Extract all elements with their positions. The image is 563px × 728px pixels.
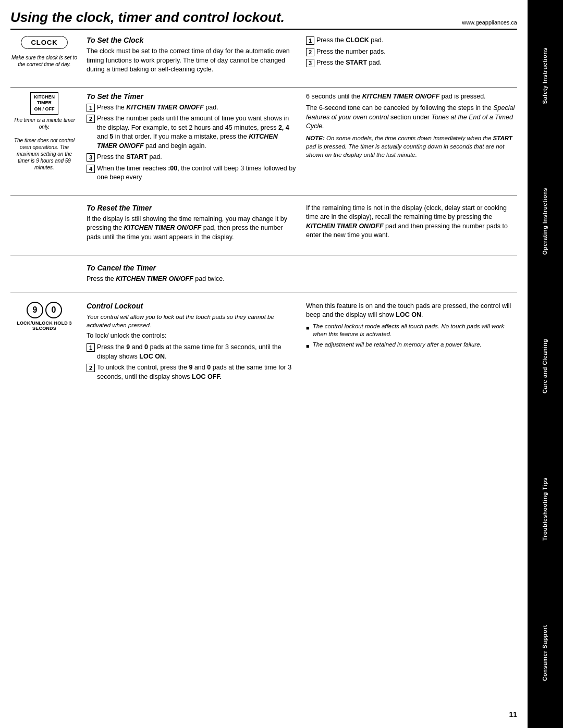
timer-step-1-text: Press the KITCHEN TIMER ON/OFF pad. xyxy=(97,103,218,113)
divider-1 xyxy=(10,88,517,88)
timer-left-col: KITCHEN TIMER ON / OFF The timer is a mi… xyxy=(10,92,78,184)
timer-step-1: 1 Press the KITCHEN TIMER ON/OFF pad. xyxy=(87,103,298,113)
lockout-center-col: Control Lockout Your control will allow … xyxy=(87,302,298,384)
cancel-body: Press the KITCHEN TIMER ON/OFF pad twice… xyxy=(87,275,517,284)
timer-title: To Set the Timer xyxy=(87,92,298,101)
lockout-step-1: 1 Press the 9 and 0 pads at the same tim… xyxy=(87,343,298,361)
clock-step-1: 1 Press the CLOCK pad. xyxy=(306,36,517,45)
clock-title: To Set the Clock xyxy=(87,36,298,44)
timer-step-3: 3 Press the START pad. xyxy=(87,153,298,162)
divider-3 xyxy=(10,255,517,255)
timer-step-4-text: When the timer reaches :00, the control … xyxy=(97,164,298,182)
clock-body: The clock must be set to the correct tim… xyxy=(87,47,298,75)
lockout-bullet-1: ■ The control lockout mode affects all t… xyxy=(306,323,517,339)
lock-buttons: 9 0 xyxy=(27,302,62,318)
cancel-title: To Cancel the Timer xyxy=(87,264,517,272)
sidebar-label-safety: Safety Instructions xyxy=(542,43,548,108)
page-number: 11 xyxy=(509,710,517,719)
timer-step-1-num: 1 xyxy=(87,104,95,112)
clock-step-3-num: 3 xyxy=(306,59,314,67)
cancel-content: To Cancel the Timer Press the KITCHEN TI… xyxy=(87,264,517,287)
timer-step-4: 4 When the timer reaches :00, the contro… xyxy=(87,164,298,182)
lockout-step-2: 2 To unlock the control, press the 9 and… xyxy=(87,363,298,381)
kitchen-timer-icon: KITCHEN TIMER ON / OFF xyxy=(30,92,58,115)
lockout-bullet-1-text: The control lockout mode affects all tou… xyxy=(313,323,517,339)
bullet-icon-1: ■ xyxy=(306,324,310,339)
timer-section: KITCHEN TIMER ON / OFF The timer is a mi… xyxy=(10,92,517,190)
clock-step-1-num: 1 xyxy=(306,36,314,45)
clock-section: CLOCK Make sure the clock is set to the … xyxy=(10,36,517,82)
sidebar-label-operating: Operating Instructions xyxy=(542,183,548,259)
control-lockout-section: 9 0 LOCK/UNLOCK HOLD 3 SECONDS Control L… xyxy=(10,297,517,389)
reset-left-body: If the display is still showing the time… xyxy=(87,215,298,242)
clock-center-col: To Set the Clock The clock must be set t… xyxy=(87,36,298,77)
timer-icon-line3: ON / OFF xyxy=(34,106,55,113)
lockout-intro: Your control will allow you to lock out … xyxy=(87,313,298,329)
reset-timer-section: To Reset the Timer If the display is sti… xyxy=(10,200,517,250)
timer-caption-2: The timer does not control oven operatio… xyxy=(10,137,78,171)
timer-note: NOTE: On some models, the time counts do… xyxy=(306,134,517,159)
clock-caption: Make sure the clock is set to the correc… xyxy=(10,54,78,68)
reset-cols: To Reset the Timer If the display is sti… xyxy=(87,204,517,245)
lockout-right-top: When this feature is on and the touch pa… xyxy=(306,302,517,320)
lockout-left-col: 9 0 LOCK/UNLOCK HOLD 3 SECONDS xyxy=(10,302,78,384)
sidebar-label-care: Care and Cleaning xyxy=(542,335,548,398)
cancel-left-col xyxy=(10,264,78,287)
lockout-step-2-num: 2 xyxy=(87,364,95,372)
timer-step-2: 2 Press the number pads until the amount… xyxy=(87,114,298,151)
clock-right-col: 1 Press the CLOCK pad. 2 Press the numbe… xyxy=(306,36,517,77)
lock-btn-9: 9 xyxy=(27,302,43,318)
timer-step-2-num: 2 xyxy=(87,115,95,123)
page-header: Using the clock, timer and control locko… xyxy=(10,9,517,30)
timer-right-col: 6 seconds until the KITCHEN TIMER ON/OFF… xyxy=(306,92,517,184)
timer-center-col: To Set the Timer 1 Press the KITCHEN TIM… xyxy=(87,92,298,184)
reset-left-text: To Reset the Timer If the display is sti… xyxy=(87,204,298,245)
right-sidebar: Safety Instructions Operating Instructio… xyxy=(528,0,563,728)
timer-step-3-text: Press the START pad. xyxy=(97,153,162,162)
reset-right-text: If the remaining time is not in the disp… xyxy=(306,204,517,245)
main-content: Using the clock, timer and control locko… xyxy=(0,0,528,728)
lockout-right-col: When this feature is on and the touch pa… xyxy=(306,302,517,384)
clock-left-col: CLOCK Make sure the clock is set to the … xyxy=(10,36,78,77)
timer-icon-line1: KITCHEN xyxy=(34,94,55,101)
timer-icon-line2: TIMER xyxy=(34,100,55,106)
clock-step-1-text: Press the CLOCK pad. xyxy=(316,36,384,45)
timer-right-top: 6 seconds until the KITCHEN TIMER ON/OFF… xyxy=(306,92,517,102)
lockout-bullet-2-text: The adjustment will be retained in memor… xyxy=(313,341,482,350)
page-title: Using the clock, timer and control locko… xyxy=(10,9,285,26)
reset-left-col xyxy=(10,204,78,245)
clock-step-2: 2 Press the number pads. xyxy=(306,47,517,57)
lock-btn-0: 0 xyxy=(45,302,62,318)
timer-step-2-text: Press the number pads until the amount o… xyxy=(97,114,298,151)
reset-title: To Reset the Timer xyxy=(87,204,298,212)
lockout-bullet-2: ■ The adjustment will be retained in mem… xyxy=(306,341,517,350)
lockout-step-1-num: 1 xyxy=(87,343,95,352)
clock-button-display: CLOCK xyxy=(21,36,67,49)
bullet-icon-2: ■ xyxy=(306,342,310,350)
divider-4 xyxy=(10,292,517,292)
clock-step-3: 3 Press the START pad. xyxy=(306,58,517,68)
lockout-step-1-text: Press the 9 and 0 pads at the same time … xyxy=(97,343,298,361)
sidebar-label-consumer: Consumer Support xyxy=(542,621,548,685)
timer-step-4-num: 4 xyxy=(87,165,95,173)
lock-caption: LOCK/UNLOCK HOLD 3 SECONDS xyxy=(10,320,78,331)
lockout-unlock-label: To lock/ unlock the controls: xyxy=(87,331,298,341)
divider-2 xyxy=(10,195,517,195)
reset-right-body: If the remaining time is not in the disp… xyxy=(306,204,517,240)
clock-step-2-text: Press the number pads. xyxy=(316,47,386,57)
website-url: www.geappliances.ca xyxy=(462,19,517,26)
timer-caption: The timer is a minute timer only. The ti… xyxy=(10,117,78,171)
lockout-step-2-text: To unlock the control, press the 9 and 0… xyxy=(97,363,298,381)
clock-step-3-text: Press the START pad. xyxy=(316,58,382,68)
timer-step-3-num: 3 xyxy=(87,153,95,162)
timer-cancel-note: The 6-second tone can be canceled by fol… xyxy=(306,104,517,131)
sidebar-label-troubleshooting: Troubleshooting Tips xyxy=(542,473,548,545)
lockout-title: Control Lockout xyxy=(87,302,298,310)
page-wrapper: Using the clock, timer and control locko… xyxy=(0,0,563,728)
timer-caption-1: The timer is a minute timer only. xyxy=(10,117,78,130)
cancel-timer-section: To Cancel the Timer Press the KITCHEN TI… xyxy=(10,260,517,287)
clock-step-2-num: 2 xyxy=(306,48,314,56)
